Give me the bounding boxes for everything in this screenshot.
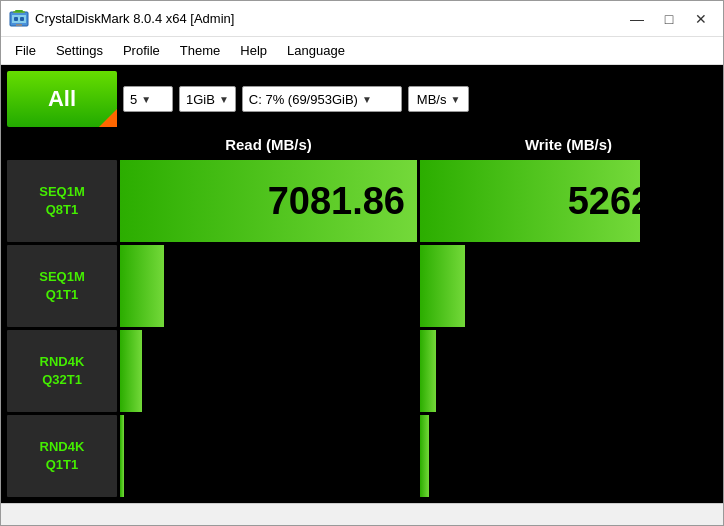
data-rows: SEQ1MQ8T17081.865262.46SEQ1MQ1T11039.801… [7, 160, 717, 497]
svg-rect-4 [16, 24, 22, 26]
size-dropdown-arrow: ▼ [219, 94, 229, 105]
row-label-0: SEQ1MQ8T1 [7, 160, 117, 242]
read-cell-0: 7081.86 [120, 160, 417, 242]
table-header: Read (MB/s) Write (MB/s) [7, 132, 717, 157]
menu-file[interactable]: File [5, 40, 46, 61]
read-cell-1: 1039.80 [120, 245, 417, 327]
units-dropdown-arrow: ▼ [450, 94, 460, 105]
table-row: RND4KQ32T1515.48389.53 [7, 330, 717, 412]
write-cell-2: 389.53 [420, 330, 717, 412]
write-cell-1: 1072.94 [420, 245, 717, 327]
title-text: CrystalDiskMark 8.0.4 x64 [Admin] [35, 11, 623, 26]
read-cell-3: 91.71 [120, 415, 417, 497]
menu-help[interactable]: Help [230, 40, 277, 61]
menu-settings[interactable]: Settings [46, 40, 113, 61]
th-write: Write (MB/s) [420, 132, 717, 157]
svg-rect-3 [20, 17, 24, 21]
row-label-3: RND4KQ1T1 [7, 415, 117, 497]
main-content: All 5 ▼ 1GiB ▼ C: 7% (69/953GiB) ▼ MB/s … [1, 65, 723, 503]
close-button[interactable]: ✕ [687, 8, 715, 30]
passes-dropdown-arrow: ▼ [141, 94, 151, 105]
status-bar [1, 503, 723, 525]
svg-rect-2 [14, 17, 18, 21]
table-row: SEQ1MQ1T11039.801072.94 [7, 245, 717, 327]
write-cell-3: 211.27 [420, 415, 717, 497]
all-button[interactable]: All [7, 71, 117, 127]
table-row: SEQ1MQ8T17081.865262.46 [7, 160, 717, 242]
minimize-button[interactable]: — [623, 8, 651, 30]
menu-language[interactable]: Language [277, 40, 355, 61]
row-label-1: SEQ1MQ1T1 [7, 245, 117, 327]
drive-dropdown[interactable]: C: 7% (69/953GiB) ▼ [242, 86, 402, 112]
title-bar: CrystalDiskMark 8.0.4 x64 [Admin] — □ ✕ [1, 1, 723, 37]
th-empty [7, 132, 117, 157]
menu-bar: File Settings Profile Theme Help Languag… [1, 37, 723, 65]
drive-dropdown-arrow: ▼ [362, 94, 372, 105]
th-read: Read (MB/s) [120, 132, 417, 157]
app-window: CrystalDiskMark 8.0.4 x64 [Admin] — □ ✕ … [0, 0, 724, 526]
maximize-button[interactable]: □ [655, 8, 683, 30]
window-controls: — □ ✕ [623, 8, 715, 30]
passes-dropdown[interactable]: 5 ▼ [123, 86, 173, 112]
table-row: RND4KQ1T191.71211.27 [7, 415, 717, 497]
units-dropdown[interactable]: MB/s ▼ [408, 86, 470, 112]
app-icon [9, 9, 29, 29]
svg-rect-6 [15, 10, 23, 12]
row-label-2: RND4KQ32T1 [7, 330, 117, 412]
read-cell-2: 515.48 [120, 330, 417, 412]
size-dropdown[interactable]: 1GiB ▼ [179, 86, 236, 112]
menu-theme[interactable]: Theme [170, 40, 230, 61]
write-cell-0: 5262.46 [420, 160, 717, 242]
toolbar: All 5 ▼ 1GiB ▼ C: 7% (69/953GiB) ▼ MB/s … [7, 71, 717, 127]
menu-profile[interactable]: Profile [113, 40, 170, 61]
